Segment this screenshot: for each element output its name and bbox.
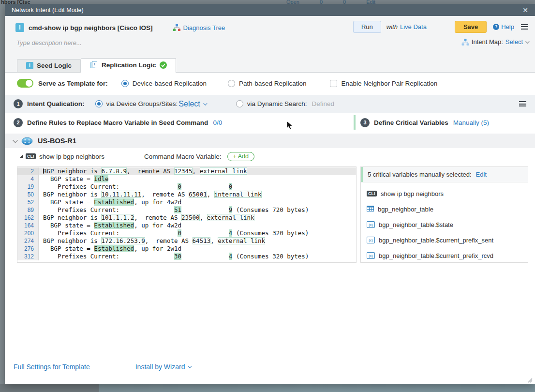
- install-by-wizard-link[interactable]: Install by Wizard: [135, 363, 191, 371]
- critical-variable-item[interactable]: bgp_neighbor_table: [367, 201, 528, 217]
- code-line[interactable]: 162BGP neighbor is 101.1.1.2, remote AS …: [17, 214, 356, 222]
- variable-highlight[interactable]: Idle: [94, 175, 108, 182]
- code-line[interactable]: 312 Prefixes Current: 30 4 (Consumes 320…: [17, 253, 356, 260]
- chevron-down-icon[interactable]: [525, 39, 529, 43]
- variable-highlight[interactable]: 10.11.11.11: [101, 191, 141, 198]
- full-settings-link[interactable]: Full Settings for Template: [14, 363, 90, 371]
- radio-unselected-icon[interactable]: [236, 100, 243, 107]
- dynamic-search-defined-value: Defined: [312, 100, 335, 107]
- variable-highlight[interactable]: 51: [174, 206, 181, 213]
- path-based-replication-option[interactable]: Path-based Replication: [228, 80, 307, 87]
- variable-highlight[interactable]: 65001: [189, 191, 207, 198]
- code-text: Prefixes Current: 0 0: [39, 183, 356, 191]
- line-number: 50: [17, 191, 39, 198]
- code-text: BGP state = Established, up for 4w2d: [39, 198, 356, 206]
- variable-highlight[interactable]: 23500: [181, 214, 200, 221]
- critical-variable-label: show ip bgp neighbors: [381, 190, 444, 197]
- variable-highlight[interactable]: 0: [229, 183, 233, 190]
- checkbox-icon[interactable]: [330, 80, 337, 87]
- chevron-down-icon[interactable]: [203, 101, 207, 105]
- device-groups-select-link[interactable]: Select: [178, 100, 200, 108]
- close-icon[interactable]: ✕: [522, 6, 528, 14]
- variable-highlight[interactable]: 0: [178, 183, 181, 190]
- live-data-link[interactable]: Live Data: [400, 23, 427, 30]
- collapse-chevron-icon[interactable]: [13, 137, 18, 143]
- via-dynamic-search-option[interactable]: via Dynamic Search:: [236, 100, 307, 107]
- variable-highlight[interactable]: 172.16.253.9: [101, 237, 145, 244]
- variable-highlight[interactable]: external link: [200, 167, 247, 175]
- line-number: 276: [17, 245, 39, 253]
- edit-critical-variables-link[interactable]: Edit: [476, 171, 487, 178]
- code-line[interactable]: 274BGP neighbor is 172.16.253.9, remote …: [17, 237, 356, 245]
- intent-map-control[interactable]: Intent Map: Select: [461, 38, 528, 45]
- dialog-header: I cmd-show ip bgp neighbors [Cisco IOS] …: [5, 16, 535, 56]
- plain-text: BGP state =: [43, 198, 94, 206]
- code-line[interactable]: 52 BGP state = Established, up for 4w2d: [17, 198, 356, 206]
- header-menu-icon[interactable]: [521, 24, 528, 30]
- variable-highlight[interactable]: external link: [207, 214, 254, 221]
- tab-seed-logic[interactable]: I Seed Logic: [17, 59, 81, 72]
- plain-text: , up for 2w1d: [134, 245, 181, 252]
- plain-text: BGP neighbor is: [43, 237, 101, 244]
- plain-text: (Consumes 320 bytes): [232, 253, 309, 260]
- resize-handle[interactable]: [527, 377, 533, 383]
- with-label: with: [386, 23, 398, 30]
- code-line[interactable]: 276 BGP state = Established, up for 2w1d: [17, 245, 356, 253]
- critical-variable-item[interactable]: (x)bgp_neighbor_table.$current_prefix_rc…: [367, 248, 528, 263]
- radio-selected-icon[interactable]: [95, 100, 103, 107]
- code-line[interactable]: 19 Prefixes Current: 0 0: [17, 183, 356, 191]
- variable-highlight[interactable]: Established: [94, 198, 134, 206]
- code-line[interactable]: 164 BGP state = Established, up for 4w2d: [17, 222, 356, 229]
- chevron-down-icon: [188, 364, 192, 368]
- code-line[interactable]: 4 BGP state = Idle: [17, 175, 356, 183]
- via-device-groups-option[interactable]: via Device Groups/Sites:: [95, 100, 178, 107]
- macro-rules-count-link[interactable]: 0/0: [213, 119, 222, 126]
- run-button[interactable]: Run: [353, 21, 381, 33]
- variable-highlight[interactable]: external link: [218, 237, 265, 244]
- variable-highlight[interactable]: 64513: [193, 237, 211, 244]
- tab-strip: I Seed Logic I Replication Logic: [5, 56, 535, 73]
- qualification-menu-icon[interactable]: [519, 101, 526, 106]
- add-macro-variable-button[interactable]: + Add: [227, 152, 254, 161]
- variable-highlight[interactable]: 0: [178, 229, 181, 237]
- critical-variable-item[interactable]: (x)bgp_neighbor_table.$current_prefix_se…: [367, 232, 528, 248]
- code-line[interactable]: 50BGP neighbor is 10.11.11.11, remote AS…: [17, 191, 356, 198]
- critical-variables-list: CLIshow ip bgp neighborsbgp_neighbor_tab…: [361, 182, 528, 263]
- code-line[interactable]: 89 Prefixes Current: 51 9 (Consumes 720 …: [17, 206, 356, 214]
- variable-highlight[interactable]: internal link: [214, 191, 262, 198]
- save-button[interactable]: Save: [455, 21, 487, 33]
- step-3-section: 3 Define Critical Variables Manually (5): [354, 115, 489, 130]
- description-input[interactable]: Type description here...: [16, 39, 82, 46]
- serve-as-template-toggle[interactable]: [17, 79, 33, 88]
- workspace: 2BGP neighbor is 6.7.8.9, remote AS 1234…: [17, 166, 535, 263]
- device-section-header[interactable]: US-BOS-R1: [5, 134, 535, 148]
- variable-highlight[interactable]: 101.1.1.2: [101, 214, 134, 221]
- tab-replication-logic[interactable]: I Replication Logic: [81, 58, 176, 73]
- plain-text: BGP neighbor is: [43, 191, 101, 198]
- intent-map-select[interactable]: Select: [505, 38, 523, 45]
- variable-icon: (x): [367, 252, 375, 259]
- manually-selected-link[interactable]: Manually (5): [453, 119, 489, 126]
- enable-neighbor-pair-option[interactable]: Enable Neighbor Pair Replication: [330, 80, 438, 87]
- device-name: US-BOS-R1: [38, 137, 76, 145]
- variable-highlight[interactable]: 30: [174, 253, 181, 260]
- radio-selected-icon[interactable]: [121, 80, 129, 87]
- variable-highlight[interactable]: 6.7.8.9: [101, 167, 127, 175]
- command-output-editor[interactable]: 2BGP neighbor is 6.7.8.9, remote AS 1234…: [17, 166, 357, 263]
- dialog-footer: Full Settings for Template Install by Wi…: [5, 363, 535, 384]
- template-options-row: Serve as Template for: Device-based Repl…: [5, 73, 535, 94]
- device-based-replication-option[interactable]: Device-based Replication: [121, 80, 207, 87]
- help-link[interactable]: ? Help: [493, 23, 514, 30]
- variable-highlight[interactable]: 12345: [174, 167, 193, 175]
- code-line[interactable]: 2BGP neighbor is 6.7.8.9, remote AS 1234…: [17, 167, 356, 175]
- dialog-titlebar[interactable]: Network Intent (Edit Mode) ✕: [5, 4, 535, 16]
- expand-triangle-icon[interactable]: [19, 155, 23, 158]
- variable-highlight[interactable]: Established: [94, 222, 134, 229]
- code-line[interactable]: 200 Prefixes Current: 0 4 (Consumes 320 …: [17, 229, 356, 237]
- diagnosis-tree-link[interactable]: Diagnosis Tree: [173, 24, 225, 31]
- critical-variable-item[interactable]: (x)bgp_neighbor_table.$state: [367, 217, 528, 232]
- variable-highlight[interactable]: Established: [94, 245, 134, 252]
- radio-unselected-icon[interactable]: [228, 80, 235, 87]
- code-text: BGP state = Established, up for 4w2d: [39, 222, 356, 229]
- critical-variable-item[interactable]: CLIshow ip bgp neighbors: [367, 186, 528, 201]
